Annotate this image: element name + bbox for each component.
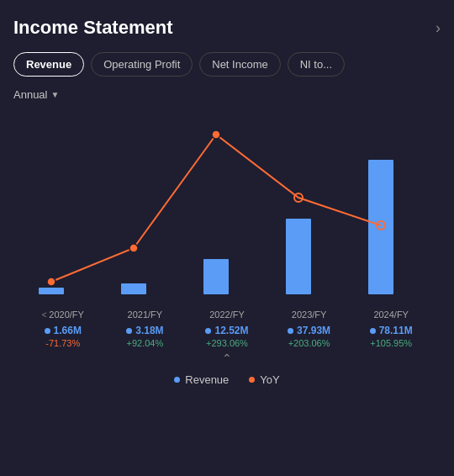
svg-rect-4 [368, 160, 393, 294]
collapse-button[interactable]: ⌃ [13, 352, 441, 365]
value-2021: 3.18M +92.04% [104, 325, 187, 348]
yoy-2021: +92.04% [104, 338, 187, 348]
year-label-2021: 2021/FY [104, 309, 187, 320]
legend-revenue-label: Revenue [185, 373, 229, 386]
svg-point-7 [212, 130, 220, 139]
blue-dot [288, 328, 293, 334]
year-label-2024: 2024/FY [350, 309, 432, 320]
value-2020: 1.66M -71.73% [22, 325, 104, 348]
chart-svg [13, 109, 441, 303]
tab-bar: Revenue Operating Profit Net Income NI t… [13, 52, 441, 77]
panel-header: Income Statement › [13, 17, 441, 39]
svg-rect-2 [203, 259, 229, 294]
year-labels-row: < 2020/FY 2021/FY 2022/FY 2023/FY 2024/F… [13, 309, 441, 320]
value-2024: 78.11M +105.95% [350, 325, 432, 348]
blue-dot [205, 328, 211, 334]
tab-revenue[interactable]: Revenue [13, 52, 84, 77]
svg-rect-3 [286, 219, 311, 294]
revenue-2020: 1.66M [22, 325, 104, 336]
panel-title: Income Statement [13, 17, 173, 39]
period-label: Annual [13, 88, 47, 101]
revenue-2024: 78.11M [350, 325, 432, 336]
blue-dot [126, 328, 132, 334]
legend-yoy-label: YoY [260, 373, 279, 386]
yoy-2020: -71.73% [22, 338, 104, 348]
yoy-2022: +293.06% [186, 338, 268, 348]
revenue-2023: 37.93M [268, 325, 351, 336]
chart-legend: Revenue YoY [13, 373, 441, 386]
value-2022: 12.52M +293.06% [186, 325, 268, 348]
yoy-2024: +105.95% [350, 338, 432, 348]
legend-revenue: Revenue [174, 373, 229, 386]
legend-blue-dot [174, 377, 180, 383]
blue-dot [370, 328, 376, 334]
tab-net-income[interactable]: Net Income [199, 52, 280, 77]
tab-ni-to[interactable]: NI to... [288, 52, 345, 77]
svg-rect-1 [121, 283, 146, 294]
legend-orange-dot [249, 377, 255, 383]
legend-yoy: YoY [249, 373, 279, 386]
svg-point-5 [47, 278, 55, 286]
revenue-values-row: 1.66M -71.73% 3.18M +92.04% 12.52M +293.… [13, 325, 441, 348]
svg-rect-0 [39, 288, 64, 294]
year-label-2020: < 2020/FY [22, 309, 104, 320]
revenue-2022: 12.52M [186, 325, 268, 336]
revenue-2021: 3.18M [104, 325, 187, 336]
svg-point-6 [129, 244, 138, 252]
value-2023: 37.93M +203.06% [268, 325, 351, 348]
blue-dot [45, 328, 50, 334]
year-label-2022: 2022/FY [186, 309, 268, 320]
period-selector[interactable]: Annual ▼ [13, 88, 441, 101]
yoy-2023: +203.06% [268, 338, 351, 348]
income-statement-panel: Income Statement › Revenue Operating Pro… [0, 0, 454, 476]
period-dropdown-icon: ▼ [50, 90, 59, 99]
year-label-2023: 2023/FY [268, 309, 351, 320]
tab-operating-profit[interactable]: Operating Profit [91, 52, 193, 77]
expand-icon[interactable]: › [436, 19, 441, 37]
chart-area [13, 109, 441, 303]
